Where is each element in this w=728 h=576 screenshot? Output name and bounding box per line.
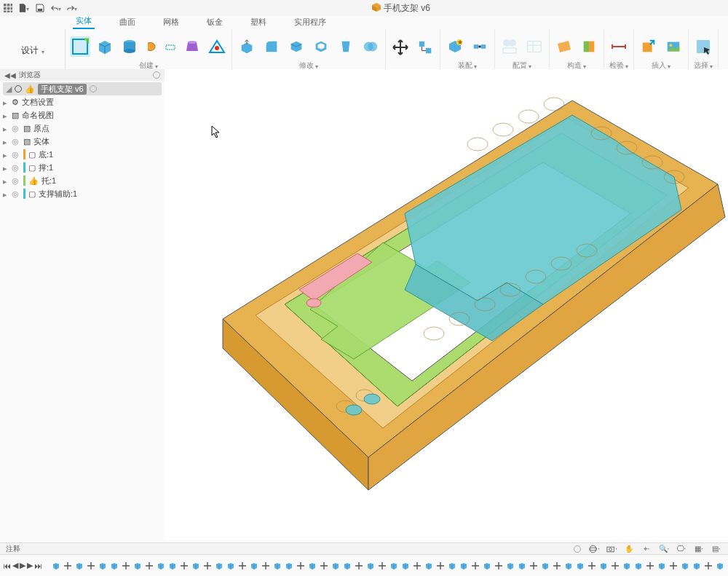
tree-item-support[interactable]: ◎▢撑:1 — [3, 161, 162, 174]
timeline-step[interactable] — [249, 561, 259, 571]
timeline-step[interactable] — [86, 561, 96, 571]
timeline-step[interactable] — [494, 561, 504, 571]
skip-end-icon[interactable]: ⏭ — [34, 561, 42, 571]
timeline-step[interactable] — [633, 561, 644, 571]
timeline-step[interactable] — [657, 561, 667, 571]
timeline-step[interactable] — [622, 561, 632, 571]
timeline-step[interactable] — [179, 561, 189, 571]
timeline-step[interactable] — [447, 561, 457, 571]
file-icon[interactable] — [19, 3, 29, 13]
timeline-step[interactable] — [63, 561, 73, 571]
timeline-step[interactable] — [517, 561, 527, 571]
timeline-step[interactable] — [715, 561, 725, 571]
new-component-icon[interactable]: ★ — [445, 36, 465, 57]
play-icon[interactable]: ▶ — [20, 561, 25, 571]
chamfer-icon[interactable] — [286, 36, 306, 57]
align-icon[interactable] — [415, 37, 435, 58]
timeline-step[interactable] — [132, 561, 143, 571]
tree-item-tray[interactable]: ◎👍托:1 — [3, 174, 162, 187]
timeline-step[interactable] — [563, 561, 574, 571]
tree-item-aux[interactable]: ◎▢支撑辅助:1 — [3, 187, 162, 200]
shell-icon[interactable] — [311, 36, 331, 57]
timeline-step[interactable] — [692, 561, 702, 571]
display-icon[interactable]: 🖵· — [676, 544, 687, 554]
timeline-step[interactable] — [156, 561, 166, 571]
step-fwd-icon[interactable]: ▶ — [27, 561, 33, 571]
move-icon[interactable] — [390, 37, 411, 58]
comment-label[interactable]: 注释 — [6, 544, 20, 554]
redo-icon[interactable] — [67, 3, 77, 13]
timeline-step[interactable] — [121, 561, 131, 571]
timeline-step[interactable] — [365, 561, 376, 571]
zoom-region-icon[interactable]: ⌖· — [641, 544, 652, 554]
undo-icon[interactable] — [51, 3, 61, 13]
timeline-step[interactable] — [505, 561, 515, 571]
plane-icon[interactable] — [554, 36, 574, 57]
timeline-step[interactable] — [482, 561, 492, 571]
timeline-step[interactable] — [144, 561, 154, 571]
tree-item-docsettings[interactable]: ⚙文档设置 — [3, 95, 162, 109]
combine-icon[interactable] — [360, 36, 381, 57]
timeline-step[interactable] — [296, 561, 306, 571]
browser-collapse-icon[interactable] — [153, 71, 160, 79]
config-table-icon[interactable] — [499, 36, 520, 57]
revolve-icon[interactable] — [144, 39, 159, 54]
insert-derive-icon[interactable] — [638, 36, 659, 57]
box-primitive-icon[interactable] — [95, 36, 115, 57]
measure-icon[interactable] — [609, 36, 629, 57]
timeline-step[interactable] — [109, 561, 119, 571]
timeline-step[interactable] — [214, 561, 224, 571]
timeline-step[interactable] — [470, 561, 480, 571]
draft-icon[interactable] — [336, 36, 356, 57]
design-workspace-button[interactable]: 设计 — [0, 29, 66, 72]
timeline-step[interactable] — [342, 561, 352, 571]
timeline-step[interactable] — [389, 561, 399, 571]
sweep-icon[interactable] — [163, 39, 178, 54]
timeline-step[interactable] — [226, 561, 236, 571]
camera-icon[interactable]: · — [606, 544, 617, 554]
timeline-step[interactable] — [400, 561, 411, 571]
orbit-icon[interactable]: · — [588, 544, 600, 554]
timeline-step[interactable] — [610, 561, 620, 571]
timeline-step[interactable] — [529, 561, 539, 571]
eye-icon[interactable]: ◎ — [12, 176, 20, 186]
rib-icon[interactable] — [207, 36, 227, 57]
timeline-step[interactable] — [459, 561, 469, 571]
skip-start-icon[interactable]: ⏮ — [3, 561, 11, 571]
timeline-step[interactable] — [645, 561, 655, 571]
timeline-step[interactable] — [202, 561, 213, 571]
timeline-step[interactable] — [587, 561, 597, 571]
comment-toggle-icon[interactable] — [574, 545, 581, 553]
timeline-step[interactable] — [598, 561, 609, 571]
tab-solid[interactable]: 实体 — [73, 14, 95, 29]
timeline-step[interactable] — [540, 561, 550, 571]
tree-item-origin[interactable]: ◎▧原点 — [3, 122, 162, 135]
fillet-icon[interactable] — [261, 36, 282, 57]
timeline-step[interactable] — [74, 561, 84, 571]
tree-root[interactable]: ◢ 👍 手机支架 v6 — [3, 82, 162, 95]
tab-utilities[interactable]: 实用程序 — [291, 15, 329, 29]
timeline-step[interactable] — [575, 561, 585, 571]
sketch-icon[interactable]: + — [70, 36, 90, 57]
timeline-step[interactable] — [167, 561, 178, 571]
tab-surface[interactable]: 曲面 — [116, 15, 138, 29]
browser-header[interactable]: ◀◀浏览器 — [0, 69, 165, 81]
loft-icon[interactable] — [182, 36, 202, 57]
tab-mesh[interactable]: 网格 — [160, 15, 182, 29]
viewport-3d[interactable] — [165, 69, 728, 540]
timeline-step[interactable] — [98, 561, 108, 571]
step-back-icon[interactable]: ◀ — [12, 561, 18, 571]
select-icon[interactable] — [693, 36, 713, 57]
timeline-step[interactable] — [237, 561, 248, 571]
timeline-step[interactable] — [703, 561, 713, 571]
timeline-step[interactable] — [354, 561, 364, 571]
timeline-step[interactable] — [272, 561, 282, 571]
tab-plastic[interactable]: 塑料 — [248, 15, 269, 29]
timeline-step[interactable] — [435, 561, 446, 571]
timeline-step[interactable] — [284, 561, 294, 571]
tree-item-base[interactable]: ◎▢底:1 — [3, 148, 162, 161]
eye-icon[interactable]: ◎ — [12, 150, 20, 159]
grid-display-icon[interactable]: ▦· — [693, 544, 705, 554]
press-pull-icon[interactable] — [237, 36, 257, 57]
timeline-step[interactable] — [377, 561, 387, 571]
